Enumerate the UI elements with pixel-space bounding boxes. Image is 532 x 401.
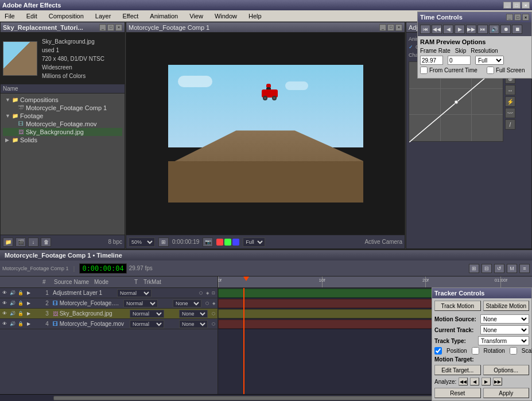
title-bar-controls[interactable]: _ □ × xyxy=(503,2,530,9)
tc-maximize[interactable]: □ xyxy=(514,14,521,21)
curves-tool-5[interactable]: 〰 xyxy=(505,108,515,118)
menu-edit[interactable]: Edit xyxy=(24,13,40,20)
curves-tool-3[interactable]: ↔ xyxy=(505,85,515,95)
curves-tool-4[interactable]: ⚡ xyxy=(505,96,515,107)
comp-panel-controls[interactable]: _ □ × xyxy=(379,24,402,31)
project-maximize-button[interactable]: □ xyxy=(107,24,114,31)
solo-switch-4[interactable]: 👁 xyxy=(1,321,8,328)
scale-checkbox[interactable] xyxy=(510,347,517,355)
tl-btn-5[interactable]: ≡ xyxy=(519,264,530,273)
tl-btn-2[interactable]: ⊟ xyxy=(481,264,492,273)
lock-switch-1[interactable]: 🔒 xyxy=(17,290,24,297)
minimize-button[interactable]: _ xyxy=(503,2,511,9)
resolution-select[interactable]: Full Half Quarter xyxy=(475,56,504,65)
analyze-forward-all[interactable]: ▶▶ xyxy=(493,377,502,386)
sidebar-item-solids[interactable]: ▶ 📁 Solids xyxy=(3,136,122,144)
project-collapse-button[interactable]: _ xyxy=(99,24,106,31)
delete-button[interactable]: 🗑 xyxy=(41,238,51,247)
playhead-marker[interactable] xyxy=(243,277,249,281)
playhead-line[interactable] xyxy=(243,288,244,394)
track-1-mode-select[interactable]: Normal xyxy=(117,289,152,297)
track-type-select[interactable]: Transform Parallel Corner xyxy=(478,336,529,345)
apply-button[interactable]: Apply xyxy=(483,388,530,398)
menu-window[interactable]: Window xyxy=(212,13,239,20)
green-channel-button[interactable] xyxy=(224,239,231,246)
track-motion-button[interactable]: Track Motion xyxy=(434,301,481,311)
pb-stop[interactable]: ⏹ xyxy=(512,25,522,34)
menu-file[interactable]: File xyxy=(2,13,17,20)
sidebar-item-footage[interactable]: ▼ 📁 Footage xyxy=(3,112,122,120)
tc-close[interactable]: × xyxy=(522,14,529,21)
comp-close-button[interactable]: × xyxy=(395,24,402,31)
menu-layer[interactable]: Layer xyxy=(93,13,114,20)
view-mode-select[interactable]: Full Half xyxy=(243,238,265,247)
pb-last[interactable]: ⏭ xyxy=(477,25,488,34)
solo-switch-1[interactable]: 👁 xyxy=(1,290,8,297)
audio-switch-1[interactable]: 🔊 xyxy=(9,290,16,297)
fit-button[interactable]: ⊞ xyxy=(158,238,169,247)
reset-button[interactable]: Reset xyxy=(434,388,481,398)
red-channel-button[interactable] xyxy=(216,239,223,246)
track-2-trkmat-select[interactable]: None xyxy=(173,299,201,307)
menu-animation[interactable]: Animation xyxy=(147,13,180,20)
track-4-mode-select[interactable]: Normal xyxy=(130,320,164,328)
pb-prev[interactable]: ◀ xyxy=(443,25,453,34)
rotation-checkbox[interactable] xyxy=(472,347,479,355)
position-checkbox[interactable] xyxy=(434,347,442,355)
full-screen-checkbox[interactable] xyxy=(487,67,494,74)
stabilize-motion-button[interactable]: Stabilize Motion xyxy=(483,301,530,311)
menu-composition[interactable]: Composition xyxy=(46,13,86,20)
new-comp-button[interactable]: 🎬 xyxy=(15,238,26,247)
pb-prev-frame[interactable]: ◀◀ xyxy=(432,25,442,34)
close-button[interactable]: × xyxy=(522,2,530,9)
lock-switch-4[interactable]: 🔒 xyxy=(17,321,24,328)
sidebar-item-main-comp[interactable]: 🎬 Motorcycle_Footage Comp 1 xyxy=(3,104,122,112)
pb-audio[interactable]: 🔊 xyxy=(489,25,499,34)
menu-effect[interactable]: Effect xyxy=(120,13,141,20)
sidebar-item-compositions[interactable]: ▼ 📁 Compositions xyxy=(3,96,122,104)
audio-switch-2[interactable]: 🔊 xyxy=(9,300,16,307)
lock-switch-3[interactable]: 🔒 xyxy=(17,310,24,317)
frame-rate-input[interactable] xyxy=(420,56,443,65)
audio-switch-4[interactable]: 🔊 xyxy=(9,321,16,328)
motion-source-select[interactable]: None xyxy=(480,314,529,324)
track-4-trkmat-select[interactable]: None xyxy=(179,320,208,328)
audio-switch-3[interactable]: 🔊 xyxy=(9,310,16,317)
zoom-select[interactable]: 50% 100% 200% xyxy=(129,238,155,247)
comp-minimize-button[interactable]: _ xyxy=(379,24,386,31)
lock-switch-2[interactable]: 🔒 xyxy=(17,300,24,307)
blue-channel-button[interactable] xyxy=(232,239,239,246)
track-2-mode-select[interactable]: Normal xyxy=(123,299,158,307)
analyze-forward-one[interactable]: ▶ xyxy=(481,377,491,386)
expand-switch-1[interactable]: ▶ xyxy=(25,290,32,297)
analyze-back-one[interactable]: ◀ xyxy=(470,377,479,386)
time-display[interactable]: 0:00:00:04 xyxy=(79,263,126,274)
expand-switch-2[interactable]: ▶ xyxy=(25,300,32,307)
solo-switch-2[interactable]: 👁 xyxy=(1,300,8,307)
menu-help[interactable]: Help xyxy=(246,13,264,20)
menu-view[interactable]: View xyxy=(187,13,205,20)
pb-record[interactable]: ⏺ xyxy=(500,25,511,34)
analyze-back-all[interactable]: ◀◀ xyxy=(459,377,468,386)
tl-btn-3[interactable]: ↺ xyxy=(494,264,504,273)
tc-minimize[interactable]: _ xyxy=(506,14,513,21)
new-folder-button[interactable]: 📁 xyxy=(3,238,13,247)
skip-input[interactable] xyxy=(448,56,471,65)
import-button[interactable]: ↓ xyxy=(28,238,38,247)
time-controls-buttons[interactable]: _ □ × xyxy=(506,14,529,21)
expand-switch-3[interactable]: ▶ xyxy=(25,310,32,317)
project-panel-controls[interactable]: _ □ × xyxy=(99,24,122,31)
solo-switch-3[interactable]: 👁 xyxy=(1,310,8,317)
project-close-button[interactable]: × xyxy=(115,24,122,31)
expand-switch-4[interactable]: ▶ xyxy=(25,321,32,328)
snapshot-button[interactable]: 📷 xyxy=(203,238,213,247)
tl-btn-1[interactable]: ⊞ xyxy=(469,264,479,273)
current-track-select[interactable]: None xyxy=(480,325,529,334)
pb-play[interactable]: ▶ xyxy=(455,25,465,34)
pb-next[interactable]: ▶▶ xyxy=(466,25,476,34)
comp-maximize-button[interactable]: □ xyxy=(387,24,394,31)
pb-first[interactable]: ⏮ xyxy=(420,25,430,34)
sidebar-item-sky-bg[interactable]: 🖼 Sky_Background.jpg xyxy=(3,128,122,136)
tl-btn-4[interactable]: M xyxy=(507,264,517,273)
from-current-checkbox[interactable] xyxy=(420,67,428,74)
